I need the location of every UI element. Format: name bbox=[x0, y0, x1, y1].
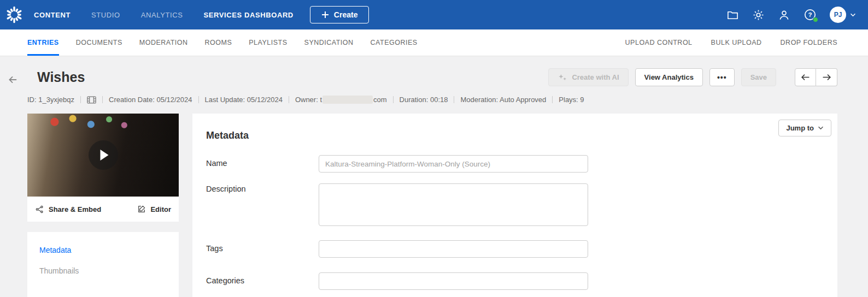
divider bbox=[102, 96, 103, 103]
topbar-nav-analytics[interactable]: ANALYTICS bbox=[141, 11, 183, 19]
metadata-form: Name Description Tags Categories bbox=[206, 155, 824, 290]
tab-playlists[interactable]: PLAYLISTS bbox=[249, 29, 287, 56]
create-with-ai-label: Create with AI bbox=[572, 73, 619, 81]
help-icon[interactable]: ? bbox=[804, 8, 817, 21]
entry-info-bar: ID: 1_3yxjebqz Creation Date: 05/12/2024… bbox=[27, 96, 837, 104]
tags-label: Tags bbox=[206, 240, 319, 258]
topbar-nav-studio[interactable]: STUDIO bbox=[91, 11, 120, 19]
tab-moderation[interactable]: MODERATION bbox=[139, 29, 188, 56]
topbar-nav-services-dashboard[interactable]: SERVICES DASHBOARD bbox=[203, 11, 293, 19]
previous-entry-button[interactable] bbox=[795, 68, 816, 86]
topbar-nav-content[interactable]: CONTENT bbox=[34, 11, 71, 19]
chevron-down-icon bbox=[818, 126, 824, 130]
divider bbox=[80, 96, 81, 103]
entry-section-nav: Metadata Thumbnails bbox=[27, 232, 179, 297]
entry-body: Share & Embed Editor Metadata Thumbnails… bbox=[27, 114, 837, 297]
jump-to-label: Jump to bbox=[786, 124, 814, 132]
entry-creation-date: Creation Date: 05/12/2024 bbox=[109, 96, 192, 104]
next-entry-button[interactable] bbox=[816, 68, 837, 86]
tab-syndication[interactable]: SYNDICATION bbox=[304, 29, 354, 56]
plus-icon bbox=[321, 11, 329, 19]
jump-to-button[interactable]: Jump to bbox=[778, 120, 831, 136]
user-icon[interactable] bbox=[778, 9, 790, 21]
entry-title: Wishes bbox=[37, 69, 85, 85]
film-icon bbox=[87, 96, 96, 104]
divider bbox=[393, 96, 394, 103]
entry-owner: Owner: t com bbox=[295, 96, 387, 104]
entry-pager bbox=[795, 68, 837, 86]
editor-icon bbox=[137, 205, 146, 213]
divider bbox=[289, 96, 289, 103]
entry-header: Wishes Create with AI View Analytics •••… bbox=[27, 68, 837, 86]
divider bbox=[198, 96, 199, 103]
video-thumbnail[interactable] bbox=[27, 114, 179, 197]
subnav-tabs: ENTRIES DOCUMENTS MODERATION ROOMS PLAYL… bbox=[27, 29, 418, 56]
editor-label: Editor bbox=[150, 205, 171, 213]
entry-last-update: Last Update: 05/12/2024 bbox=[205, 96, 283, 104]
sparkles-icon bbox=[558, 73, 567, 82]
share-icon bbox=[35, 205, 44, 214]
metadata-heading: Metadata bbox=[206, 130, 824, 141]
online-status-badge bbox=[813, 17, 818, 22]
tags-row: Tags bbox=[206, 240, 824, 258]
link-bulk-upload[interactable]: BULK UPLOAD bbox=[711, 29, 762, 56]
save-button[interactable]: Save bbox=[741, 68, 776, 86]
subnav-right-links: UPLOAD CONTROL BULK UPLOAD DROP FOLDERS bbox=[625, 29, 837, 56]
video-actions: Share & Embed Editor bbox=[27, 197, 179, 222]
tab-categories[interactable]: CATEGORIES bbox=[371, 29, 418, 56]
avatar-initials: PJ bbox=[834, 11, 842, 19]
entry-details-page: Wishes Create with AI View Analytics •••… bbox=[0, 56, 868, 297]
tab-entries[interactable]: ENTRIES bbox=[27, 29, 59, 56]
section-item-metadata[interactable]: Metadata bbox=[27, 240, 179, 260]
categories-input[interactable] bbox=[319, 272, 588, 290]
link-upload-control[interactable]: UPLOAD CONTROL bbox=[625, 29, 693, 56]
tab-documents[interactable]: DOCUMENTS bbox=[76, 29, 122, 56]
description-label: Description bbox=[206, 183, 319, 226]
avatar[interactable]: PJ bbox=[830, 7, 846, 23]
name-row: Name bbox=[206, 155, 824, 173]
arrow-right-icon bbox=[822, 72, 832, 82]
back-button[interactable] bbox=[4, 72, 21, 90]
divider bbox=[454, 96, 454, 103]
video-preview-card: Share & Embed Editor bbox=[27, 114, 179, 222]
user-menu[interactable]: PJ bbox=[830, 7, 856, 23]
name-input[interactable] bbox=[319, 155, 588, 173]
tags-input[interactable] bbox=[319, 240, 588, 258]
link-drop-folders[interactable]: DROP FOLDERS bbox=[781, 29, 837, 56]
categories-label: Categories bbox=[206, 272, 319, 290]
entry-duration: Duration: 00:18 bbox=[400, 96, 448, 104]
kaltura-logo-icon[interactable] bbox=[3, 4, 25, 26]
divider bbox=[552, 96, 553, 103]
content-subnav: ENTRIES DOCUMENTS MODERATION ROOMS PLAYL… bbox=[0, 29, 868, 56]
editor-button[interactable]: Editor bbox=[137, 205, 171, 213]
entry-id: ID: 1_3yxjebqz bbox=[27, 96, 74, 104]
folder-icon[interactable] bbox=[726, 9, 739, 21]
topbar-right-icons: ? PJ bbox=[726, 7, 856, 23]
metadata-panel: Jump to Metadata Name Description Tags bbox=[192, 114, 837, 297]
more-actions-button[interactable]: ••• bbox=[709, 68, 735, 86]
create-button[interactable]: Create bbox=[310, 6, 370, 23]
play-button[interactable] bbox=[88, 140, 119, 170]
gear-icon[interactable] bbox=[752, 9, 765, 21]
entry-actions: Create with AI View Analytics ••• Save bbox=[548, 68, 837, 86]
view-analytics-button[interactable]: View Analytics bbox=[635, 68, 703, 86]
owner-prefix: Owner: t bbox=[295, 96, 322, 104]
section-item-thumbnails[interactable]: Thumbnails bbox=[27, 260, 179, 281]
description-input[interactable] bbox=[319, 183, 588, 226]
topbar-nav: CONTENT STUDIO ANALYTICS SERVICES DASHBO… bbox=[34, 11, 294, 19]
back-arrow-icon bbox=[7, 74, 19, 86]
entry-moderation: Moderation: Auto Approved bbox=[460, 96, 546, 104]
create-button-label: Create bbox=[334, 10, 358, 19]
chevron-down-icon bbox=[850, 13, 856, 17]
entry-plays: Plays: 9 bbox=[559, 96, 584, 104]
description-row: Description bbox=[206, 183, 824, 226]
owner-suffix: com bbox=[373, 96, 387, 104]
tab-rooms[interactable]: ROOMS bbox=[205, 29, 232, 56]
ellipsis-icon: ••• bbox=[717, 73, 727, 82]
create-with-ai-button[interactable]: Create with AI bbox=[548, 68, 628, 86]
save-label: Save bbox=[750, 73, 767, 81]
svg-text:?: ? bbox=[808, 11, 812, 18]
share-embed-button[interactable]: Share & Embed bbox=[35, 205, 101, 214]
top-bar: CONTENT STUDIO ANALYTICS SERVICES DASHBO… bbox=[0, 0, 868, 29]
entry-sidebar: Share & Embed Editor Metadata Thumbnails bbox=[27, 114, 179, 297]
